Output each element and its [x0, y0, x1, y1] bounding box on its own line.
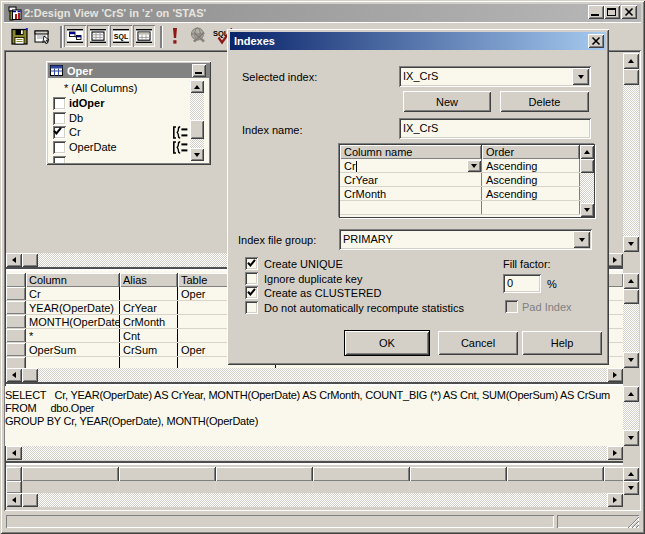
dialog-checkbox[interactable]: [245, 272, 258, 285]
table-column-item[interactable]: OperDate: [48, 140, 209, 155]
grid-row-selector[interactable]: [6, 357, 26, 368]
results-cell[interactable]: [604, 481, 623, 493]
dialog-grid-scroll-up-button[interactable]: [580, 145, 594, 159]
column-checkbox[interactable]: [53, 126, 66, 139]
table-scrollbar-thumb[interactable]: [190, 120, 204, 139]
grid-cell-alias[interactable]: [120, 287, 178, 300]
results-hscrollbar[interactable]: [6, 493, 623, 507]
sql-hscrollbar[interactable]: [6, 446, 623, 460]
table-column-item[interactable]: idOper: [48, 96, 209, 111]
grid-cell-alias[interactable]: CrSum: [120, 343, 178, 356]
results-header-cell[interactable]: [119, 467, 216, 481]
column-checkbox[interactable]: [53, 156, 66, 163]
column-checkbox[interactable]: [53, 112, 66, 125]
index-columns-grid[interactable]: Column nameOrderCrAscendingCrYearAscendi…: [339, 144, 595, 218]
diagram-vscroll-down-button[interactable]: [623, 236, 639, 252]
table-window-minimize-button[interactable]: [192, 64, 206, 77]
diagram-vscroll-thumb[interactable]: [623, 69, 639, 85]
cell-dropdown-button[interactable]: [467, 160, 481, 172]
show-diagram-pane-button[interactable]: [64, 25, 86, 47]
diagram-hscroll-thumb[interactable]: [22, 253, 38, 267]
show-sql-pane-button[interactable]: SQL: [110, 25, 132, 47]
selected-index-dropdown-button[interactable]: [572, 68, 589, 85]
grid-cell-alias[interactable]: [120, 357, 178, 368]
results-cell[interactable]: [507, 481, 604, 493]
results-pane[interactable]: [6, 467, 623, 493]
minimize-button[interactable]: [588, 5, 604, 19]
grid-hscroll-thumb[interactable]: [22, 368, 38, 382]
show-results-pane-button[interactable]: [133, 25, 155, 47]
dialog-titlebar[interactable]: Indexes: [230, 32, 606, 50]
grid-cell-alias[interactable]: CrYear: [120, 301, 178, 314]
table-column-item[interactable]: * (All Columns): [48, 81, 209, 96]
grid-cell-alias[interactable]: CrMonth: [120, 315, 178, 328]
dialog-grid-scroll-thumb[interactable]: [580, 159, 594, 173]
sql-vscroll-down-button[interactable]: [623, 430, 639, 446]
fill-factor-input[interactable]: 0: [503, 274, 541, 293]
grid-cell-column[interactable]: YEAR(OperDate): [26, 301, 120, 314]
help-button[interactable]: Help: [522, 331, 602, 355]
results-hscroll-left-button[interactable]: [6, 493, 22, 507]
column-checkbox[interactable]: [53, 97, 66, 110]
grid-header-cell[interactable]: Alias: [120, 273, 178, 287]
grid-row-selector[interactable]: [6, 287, 26, 300]
dialog-grid-cell-order[interactable]: Ascending: [482, 159, 580, 172]
dialog-grid-cell-column[interactable]: Cr: [340, 159, 482, 172]
close-button[interactable]: [621, 5, 637, 19]
resize-grip[interactable]: [626, 516, 639, 528]
results-cell[interactable]: [410, 481, 507, 493]
selected-index-combobox[interactable]: IX_CrS: [399, 66, 591, 87]
dialog-grid-row[interactable]: CrYearAscending: [340, 173, 594, 187]
grid-header-cell[interactable]: Column: [26, 273, 120, 287]
new-button[interactable]: New: [403, 91, 491, 112]
dialog-grid-cell-order[interactable]: Ascending: [482, 173, 580, 186]
diagram-hscroll-left-button[interactable]: [6, 253, 22, 267]
grid-row-selector[interactable]: [6, 301, 26, 314]
window-titlebar[interactable]: 2:Design View 'CrS' in 'z' on 'STAS': [4, 4, 641, 22]
dialog-checkbox[interactable]: [245, 257, 258, 270]
dialog-grid-header-cell[interactable]: Column name: [340, 145, 482, 159]
table-column-item[interactable]: Db: [48, 111, 209, 126]
dialog-grid-row[interactable]: CrAscending: [340, 159, 594, 173]
dialog-grid-cell-order[interactable]: [482, 201, 580, 214]
dialog-grid-cell-order[interactable]: Ascending: [482, 187, 580, 200]
table-column-item[interactable]: Cr: [48, 125, 209, 140]
ok-button[interactable]: OK: [345, 331, 429, 355]
grid-vscroll-up-button[interactable]: [623, 273, 639, 289]
dialog-close-button[interactable]: [588, 34, 604, 48]
properties-button[interactable]: [32, 25, 54, 47]
table-window-titlebar[interactable]: Oper: [48, 63, 209, 78]
table-scrollbar-down-button[interactable]: [190, 148, 204, 161]
pad-index-checkbox[interactable]: [505, 300, 518, 313]
results-row[interactable]: [6, 481, 623, 493]
sql-hscroll-right-button[interactable]: [607, 446, 623, 460]
grid-cell-alias[interactable]: Cnt: [120, 329, 178, 342]
grid-cell-column[interactable]: MONTH(OperDate): [26, 315, 120, 328]
sql-hscroll-left-button[interactable]: [6, 446, 22, 460]
sql-vscroll-up-button[interactable]: [623, 386, 639, 402]
dialog-grid-cell-column[interactable]: CrYear: [340, 173, 482, 186]
grid-hscrollbar[interactable]: [6, 368, 623, 382]
sql-pane[interactable]: SELECT Cr, YEAR(OperDate) AS CrYear, MON…: [5, 386, 623, 446]
grid-row-selector[interactable]: [6, 315, 26, 328]
results-cell[interactable]: [22, 481, 119, 493]
grid-cell-column[interactable]: Cr: [26, 287, 120, 300]
maximize-button[interactable]: [604, 5, 620, 19]
grid-row-selector[interactable]: [6, 329, 26, 342]
delete-button[interactable]: Delete: [500, 91, 589, 112]
grid-vscroll-down-button[interactable]: [623, 352, 639, 368]
results-cell[interactable]: [313, 481, 410, 493]
pane-separator-light[interactable]: [6, 463, 623, 465]
cancel-button[interactable]: Cancel: [438, 331, 518, 355]
results-hscroll-thumb[interactable]: [22, 493, 38, 507]
save-button[interactable]: [8, 25, 30, 47]
results-header-cell[interactable]: [410, 467, 507, 481]
results-header-cell[interactable]: [604, 467, 623, 481]
index-file-group-dropdown-button[interactable]: [573, 231, 590, 248]
results-cell[interactable]: [119, 481, 216, 493]
grid-cell-column[interactable]: OperSum: [26, 343, 120, 356]
dialog-grid-cell-column[interactable]: CrMonth: [340, 187, 482, 200]
grid-cell-column[interactable]: *: [26, 329, 120, 342]
run-button[interactable]: [163, 25, 185, 47]
column-checkbox[interactable]: [53, 141, 66, 154]
